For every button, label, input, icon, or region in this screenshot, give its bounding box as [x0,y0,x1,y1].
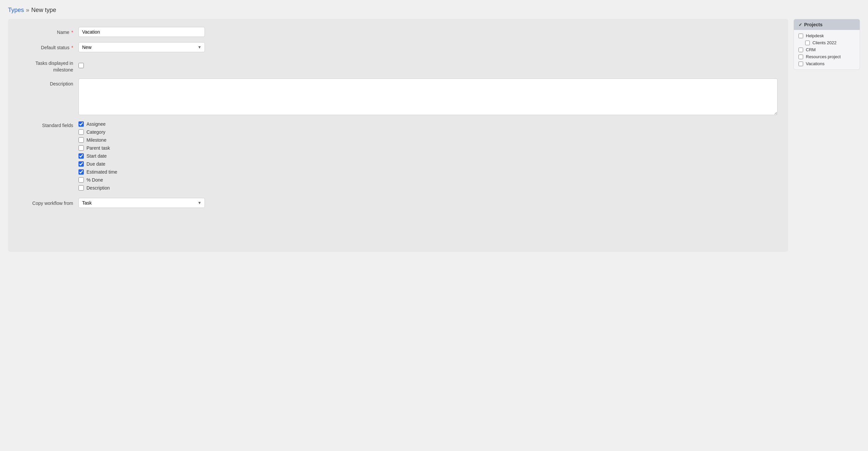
default-status-field-wrap: New In Progress Done Closed ▼ [79,42,205,52]
field-estimated-time-label: Estimated time [87,169,117,175]
project-crm-item: CRM [799,47,855,52]
copy-workflow-field-wrap: Task Bug Feature ▼ [79,198,205,208]
field-start-date-label: Start date [87,153,107,159]
copy-workflow-select-wrap: Task Bug Feature ▼ [79,198,205,208]
name-field-wrap [79,27,205,37]
field-description-label: Description [87,185,110,190]
breadcrumb-types-link[interactable]: Types [8,7,24,13]
project-helpdesk-item: Helpdesk [799,33,855,38]
description-label: Description [19,79,79,87]
name-required-marker: * [70,30,73,35]
field-description-item: Description [79,185,117,190]
project-resources-item: Resources project [799,54,855,59]
page-layout: Name * Default status * New In Progress … [8,19,860,252]
copy-workflow-select[interactable]: Task Bug Feature [79,198,205,208]
field-category-checkbox[interactable] [79,129,84,135]
field-parent-task-item: Parent task [79,145,117,151]
field-due-date-label: Due date [87,161,105,167]
field-description-checkbox[interactable] [79,185,84,190]
field-assignee-item: Assignee [79,121,117,127]
project-vacations-label: Vacations [806,61,825,66]
field-start-date-checkbox[interactable] [79,153,84,159]
status-required-marker: * [70,45,73,50]
field-parent-task-checkbox[interactable] [79,145,84,151]
project-helpdesk-checkbox[interactable] [799,34,803,38]
field-percent-done-item: % Done [79,177,117,183]
field-milestone-item: Milestone [79,138,117,143]
field-category-item: Category [79,129,117,135]
description-field-wrap [79,79,778,116]
name-input[interactable] [79,27,205,37]
default-status-select-wrap: New In Progress Done Closed ▼ [79,42,205,52]
standard-fields-list: Assignee Category Milestone Parent task [79,121,117,192]
default-status-select[interactable]: New In Progress Done Closed [79,42,205,52]
name-row: Name * [19,27,778,37]
field-due-date-item: Due date [79,161,117,167]
standard-fields-label: Standard fields [19,121,79,128]
field-assignee-label: Assignee [87,121,106,127]
default-status-label: Default status * [19,42,79,50]
project-crm-label: CRM [806,47,816,52]
field-percent-done-checkbox[interactable] [79,177,84,183]
field-estimated-time-checkbox[interactable] [79,169,84,175]
default-status-row: Default status * New In Progress Done Cl… [19,42,778,52]
field-estimated-time-item: Estimated time [79,169,117,175]
field-parent-task-label: Parent task [87,145,110,151]
projects-panel-header: ✓ Projects [794,19,860,30]
copy-workflow-label: Copy workflow from [19,198,79,206]
project-vacations-item: Vacations [799,61,855,66]
milestone-row: Tasks displayed inmilestone [19,58,778,73]
milestone-label: Tasks displayed inmilestone [19,58,79,73]
project-resources-label: Resources project [806,54,841,59]
project-resources-checkbox[interactable] [799,55,803,59]
project-helpdesk-label: Helpdesk [806,33,824,38]
breadcrumb-separator: » [26,7,29,13]
projects-panel: ✓ Projects Helpdesk Clients 2022 CRM Re [794,19,860,70]
project-clients2022-checkbox[interactable] [805,40,810,45]
milestone-checkbox-wrap [79,62,205,69]
field-due-date-checkbox[interactable] [79,161,84,167]
copy-workflow-row: Copy workflow from Task Bug Feature ▼ [19,198,778,208]
projects-check-icon: ✓ [799,22,802,27]
field-category-label: Category [87,129,105,135]
main-card: Name * Default status * New In Progress … [8,19,788,252]
field-milestone-checkbox[interactable] [79,138,84,143]
standard-fields-section: Standard fields Assignee Category Milest… [19,121,778,192]
field-percent-done-label: % Done [87,177,103,183]
projects-panel-title: Projects [804,22,823,27]
projects-panel-body: Helpdesk Clients 2022 CRM Resources proj… [794,30,860,69]
field-milestone-label: Milestone [87,138,106,143]
field-assignee-checkbox[interactable] [79,121,84,127]
project-vacations-checkbox[interactable] [799,62,803,66]
milestone-checkbox[interactable] [79,63,84,68]
field-start-date-item: Start date [79,153,117,159]
project-crm-checkbox[interactable] [799,48,803,52]
project-clients2022-label: Clients 2022 [812,40,836,45]
project-clients2022-item: Clients 2022 [799,40,855,45]
description-textarea[interactable] [79,79,778,115]
description-row: Description [19,79,778,116]
breadcrumb: Types » New type [8,7,860,13]
breadcrumb-current: New type [31,7,56,13]
name-label: Name * [19,27,79,35]
